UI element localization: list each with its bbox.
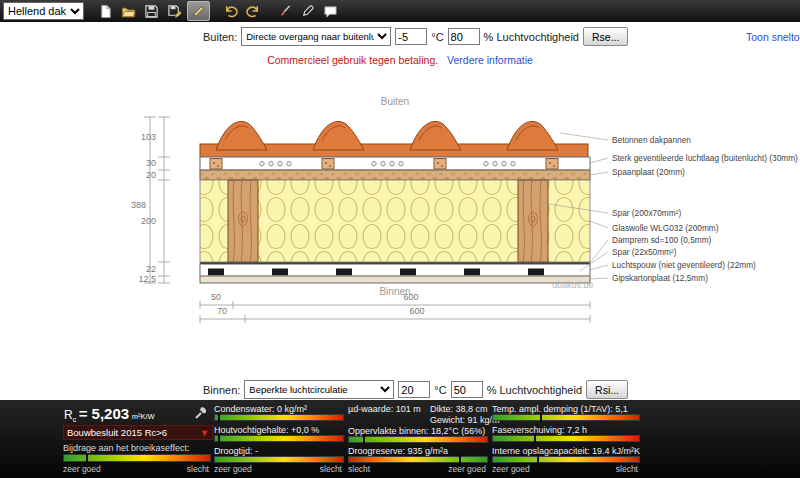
outside-label: Buiten:	[203, 31, 237, 43]
tav-label: Temp. ampl. demping (1/TAV): 5,1	[492, 404, 628, 414]
diagram-outside-label: Buiten	[381, 96, 409, 107]
brush-icon	[277, 4, 292, 19]
inside-circulation-select[interactable]: Beperkte luchtcirculatie	[244, 380, 394, 399]
save-as-icon	[167, 4, 182, 19]
bouwbesluit-dropdown-icon[interactable]: ▼	[200, 428, 209, 438]
surface-scale: slechtzeer goed	[348, 464, 486, 474]
comment-icon	[323, 4, 338, 19]
dim-total: 388	[131, 200, 146, 210]
dim-insul: 200	[141, 216, 156, 226]
construction-preset-select[interactable]: Hellend dak	[3, 2, 84, 20]
layer-label-tiles: Betonnen dakpannen	[612, 135, 691, 145]
layer-label-chipboard: Spaanplaat (20mm)	[612, 167, 685, 177]
layer-label-plasterboard: Gipskartonplaat (12,5mm)	[612, 273, 708, 283]
dim-b1a: 50	[211, 292, 221, 302]
droogtijd-bar	[214, 456, 344, 463]
ventilation-layer[interactable]	[200, 157, 590, 170]
oppervlakte-bar	[348, 436, 488, 443]
rafter-right[interactable]	[518, 180, 548, 262]
show-shortcuts-link[interactable]: Toon sneltoetsen	[746, 31, 800, 43]
dim-tiles: 103	[141, 132, 156, 142]
inside-humidity-input[interactable]	[451, 381, 483, 398]
chipboard-layer[interactable]	[200, 170, 590, 180]
watermark: ubakus.de	[552, 280, 594, 290]
layer-label-insulation: Glaswolle WLG032 (200mm)	[612, 223, 719, 233]
outside-humidity-label: % Luchtvochtigheid	[484, 31, 579, 43]
opslag-bar	[492, 456, 640, 463]
inside-label: Binnen:	[203, 384, 240, 396]
fase-label: Faseverschuiving: 7,2 h	[492, 425, 587, 435]
condenswater-bar	[214, 414, 344, 421]
layer-label-vapour: Damprem sd=100 (0,5mm)	[612, 235, 712, 245]
thermal-scale: zeer goedslecht	[492, 464, 638, 474]
roof-tiles-layer[interactable]	[200, 121, 588, 157]
dim-b2a: 70	[217, 306, 227, 316]
save-as-button[interactable]	[164, 2, 185, 20]
undo-button[interactable]	[220, 2, 241, 20]
license-notice: Commercieel gebruik tegen betaling. Verd…	[0, 54, 800, 66]
wrench-icon[interactable]	[194, 406, 208, 420]
redo-icon	[246, 4, 261, 19]
rafter-left[interactable]	[228, 180, 258, 262]
tav-bar	[492, 414, 640, 421]
outside-temperature-unit: °C	[431, 31, 443, 43]
service-cavity-layer[interactable]	[200, 265, 590, 277]
more-info-link[interactable]: Verdere informatie	[447, 54, 533, 66]
dim-cavity: 22	[146, 264, 156, 274]
undo-icon	[223, 4, 238, 19]
edit-button[interactable]	[187, 1, 210, 21]
outside-temperature-input[interactable]	[395, 28, 427, 45]
outside-conditions-row: Buiten: Directe overgang naar buitenluch…	[203, 27, 628, 46]
outside-humidity-input[interactable]	[448, 28, 480, 45]
inside-humidity-label: % Luchtvochtigheid	[487, 384, 582, 396]
rc-result: Rc = 5,203 m²K/W	[64, 405, 155, 423]
open-button[interactable]	[118, 2, 139, 20]
commercial-use-text: Commercieel gebruik tegen betaling.	[267, 54, 438, 66]
condenswater-label: Condenswater: 0 kg/m²	[214, 404, 307, 414]
inside-conditions-row: Binnen: Beperkte luchtcirculatie °C % Lu…	[203, 380, 628, 399]
brush-button[interactable]	[274, 2, 295, 20]
rse-button[interactable]: Rse...	[583, 27, 628, 46]
layer-label-vent: Sterk geventileerde luchtlaag (buitenluc…	[612, 153, 798, 163]
droogreserve-label: Droogreserve: 935 g/m²a	[348, 446, 448, 456]
rsi-button[interactable]: Rsi...	[586, 380, 628, 399]
fase-bar	[492, 435, 640, 442]
construction-cross-section[interactable]: Buiten	[0, 88, 800, 333]
plasterboard-layer[interactable]	[200, 276, 590, 283]
dikte-label: Dikte: 38,8 cm	[430, 404, 488, 414]
layer-label-rafter: Spar (200x70mm²)	[612, 208, 681, 218]
bouwbesluit-text: Bouwbesluit 2015 Rc>6	[67, 427, 167, 438]
inside-temperature-unit: °C	[434, 384, 446, 396]
ud-label: µd-waarde: 101 m	[348, 404, 421, 414]
left-dimensions: 103 30 20 388 200 22 12,5	[131, 117, 170, 284]
new-document-button[interactable]	[95, 2, 116, 20]
greenhouse-label: Bijdrage aan het broeikaseffect:	[63, 443, 189, 453]
greenhouse-bar	[63, 454, 211, 462]
save-button[interactable]	[141, 2, 162, 20]
main-toolbar: Hellend dak	[0, 0, 800, 22]
dim-vent: 30	[146, 158, 156, 168]
dim-board: 20	[146, 170, 156, 180]
opslag-label: Interne opslagcapaciteit: 19.4 kJ/m²K	[492, 446, 640, 456]
bouwbesluit-badge: Bouwbesluit 2015 Rc>6 ▼	[63, 425, 213, 440]
dim-b2b: 600	[409, 306, 424, 316]
layer-labels[interactable]: Betonnen dakpannen Sterk geventileerde l…	[612, 135, 798, 283]
droogreserve-bar	[348, 456, 488, 463]
eyedropper-icon	[300, 4, 315, 19]
save-icon	[144, 4, 159, 19]
moisture-scale: zeer goedslecht	[214, 464, 342, 474]
dim-b1b: 600	[403, 292, 418, 302]
houtvocht-bar	[214, 435, 344, 442]
houtvocht-label: Houtvochtigehalte: +0,0 %	[214, 425, 319, 435]
new-document-icon	[98, 4, 113, 19]
greenhouse-scale: zeer goedslecht	[63, 464, 209, 474]
inside-temperature-input[interactable]	[398, 381, 430, 398]
comment-button[interactable]	[320, 2, 341, 20]
layer-label-cavity: Luchtspouw (niet geventileerd) (22mm)	[612, 260, 756, 270]
redo-button[interactable]	[243, 2, 264, 20]
eyedropper-button[interactable]	[297, 2, 318, 20]
outside-transfer-select[interactable]: Directe overgang naar buitenlucht	[241, 27, 391, 46]
droogtijd-label: Droogtijd: -	[214, 446, 258, 456]
results-panel: Rc = 5,203 m²K/W Bouwbesluit 2015 Rc>6 ▼…	[0, 400, 800, 478]
dim-gips: 12,5	[138, 274, 156, 284]
